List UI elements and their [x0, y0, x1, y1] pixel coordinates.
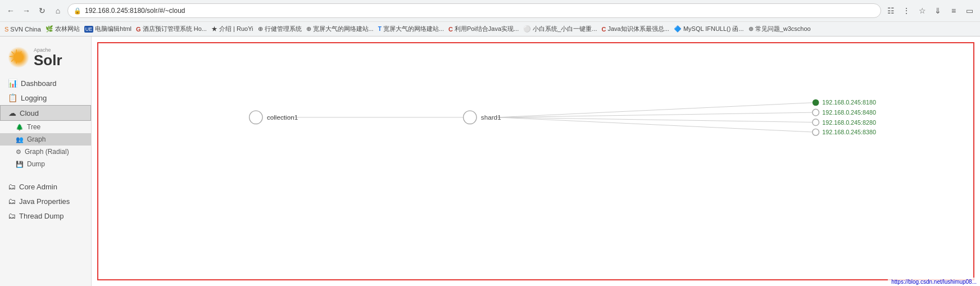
bookmark-java[interactable]: C Java知识体系最强总... [602, 25, 669, 33]
graph-radial-icon: ⚙ [16, 148, 21, 156]
menu-button[interactable]: ⋮ [900, 4, 913, 17]
download-button[interactable]: ⇓ [932, 4, 944, 17]
dump-label: Dump [27, 160, 45, 168]
solr-name-label: Solr [34, 53, 62, 67]
bookmark-nonglin[interactable]: 🌿 农林网站 [46, 25, 80, 33]
endpoint-8180-circle [813, 99, 819, 106]
thread-dump-icon: 🗂 [8, 211, 16, 220]
sidebar-item-cloud[interactable]: ☁ Cloud [0, 105, 91, 121]
dashboard-icon: 📊 [8, 79, 17, 88]
node-collection1-label: collection1 [267, 114, 298, 121]
tree-label: Tree [27, 123, 40, 131]
node-shard1-circle [464, 111, 477, 124]
graph-label: Graph [27, 135, 46, 143]
logo-area: Apache Solr [0, 42, 91, 76]
graph-area: collection1 shard1 192.168.0.245:8180 19… [97, 42, 974, 280]
dump-icon: 💾 [16, 161, 24, 168]
sidebar-item-dashboard[interactable]: 📊 Dashboard [0, 76, 91, 90]
app-container: Apache Solr 📊 Dashboard 📋 Logging ☁ Clou… [0, 37, 980, 286]
browser-chrome: ← → ↻ ⌂ 🔒 192.168.0.245:8180/solr/#/~clo… [0, 0, 980, 37]
bookmark-hotel[interactable]: G 酒店预订管理系统 Ho... [136, 25, 207, 33]
history-button[interactable]: ≡ [947, 4, 960, 17]
java-props-label: Java Properties [19, 197, 70, 206]
endpoint-8280-circle [813, 119, 819, 126]
bookmark-icon: S [4, 26, 8, 33]
sidebar: Apache Solr 📊 Dashboard 📋 Logging ☁ Clou… [0, 37, 92, 286]
tree-icon: 🌲 [16, 124, 24, 131]
solr-sun-icon [8, 47, 29, 68]
solr-logo: Apache Solr [34, 47, 62, 67]
dashboard-label: Dashboard [21, 79, 57, 88]
graph-icon: 👥 [16, 136, 24, 143]
endpoint-8380-circle [813, 129, 819, 135]
logging-icon: 📋 [8, 93, 17, 102]
forward-button[interactable]: → [20, 4, 33, 17]
endpoint-8380-label: 192.168.0.245:8380 [822, 129, 876, 135]
cloud-icon: ☁ [8, 108, 16, 117]
bookmark-xiaobai[interactable]: ⚪ 小白系统_小白一键重... [523, 25, 597, 33]
refresh-button[interactable]: ↻ [36, 4, 48, 17]
bookmark-ruoyi[interactable]: ★ 介绍 | RuoYi [211, 25, 253, 33]
graph-radial-label: Graph (Radial) [25, 148, 69, 156]
node-collection1-circle [249, 111, 262, 124]
home-button[interactable]: ⌂ [52, 4, 64, 17]
address-bar[interactable]: 🔒 192.168.0.245:8180/solr/#/~cloud [67, 3, 881, 18]
cloud-label: Cloud [20, 109, 39, 117]
endpoint-8180-label: 192.168.0.245:8180 [822, 99, 876, 106]
bookmark-jiangjian[interactable]: ⊕ 行健管理系统 [258, 25, 302, 33]
bookmark-w3c[interactable]: ⊕ 常见问题_w3cschoo [748, 25, 811, 33]
sidebar-item-tree[interactable]: 🌲 Tree [0, 121, 91, 133]
status-bar: https://blog.csdn.net/lushimup08... [888, 278, 980, 286]
main-content: collection1 shard1 192.168.0.245:8180 19… [92, 37, 980, 286]
bookmark-mysql[interactable]: 🔷 MySQL IFNULL() 函... [674, 25, 744, 33]
status-url: https://blog.csdn.net/lushimup08... [891, 279, 977, 285]
bookmark-kuanping2[interactable]: T 宽屏大气的网络建站... [378, 25, 444, 33]
graph-svg: collection1 shard1 192.168.0.245:8180 19… [98, 43, 973, 279]
core-admin-icon: 🗂 [8, 182, 16, 191]
cast-button[interactable]: ▭ [963, 4, 976, 17]
back-button[interactable]: ← [4, 4, 17, 17]
core-admin-label: Core Admin [19, 183, 57, 191]
bookmark-svn[interactable]: S SVN China [4, 26, 41, 33]
endpoint-8480-label: 192.168.0.245:8480 [822, 109, 876, 116]
sidebar-item-logging[interactable]: 📋 Logging [0, 90, 91, 105]
endpoint-8480-circle [813, 109, 819, 116]
node-shard1-label: shard1 [481, 114, 501, 121]
sidebar-item-core-admin[interactable]: 🗂 Core Admin [0, 179, 91, 194]
sidebar-item-graph-radial[interactable]: ⚙ Graph (Radial) [0, 146, 91, 158]
logging-label: Logging [21, 94, 47, 102]
bookmark-poi[interactable]: C 利用Poi结合Java实现... [448, 25, 519, 33]
sidebar-item-dump[interactable]: 💾 Dump [0, 158, 91, 170]
url-text: 192.168.0.245:8180/solr/#/~cloud [85, 7, 185, 15]
endpoint-8280-label: 192.168.0.245:8280 [822, 119, 876, 126]
bookmark-button[interactable]: ☆ [916, 4, 928, 17]
sidebar-item-graph[interactable]: 👥 Graph [0, 133, 91, 146]
extensions-button[interactable]: ☷ [884, 4, 897, 17]
sidebar-item-java-properties[interactable]: 🗂 Java Properties [0, 194, 91, 208]
bookmark-ue[interactable]: UE 电脑编辑html [84, 25, 131, 33]
security-icon: 🔒 [74, 7, 81, 15]
bookmark-kuanping1[interactable]: ⊕ 宽屏大气的网络建站... [306, 25, 374, 33]
browser-toolbar: ← → ↻ ⌂ 🔒 192.168.0.245:8180/solr/#/~clo… [0, 0, 980, 21]
thread-dump-label: Thread Dump [19, 212, 63, 220]
java-props-icon: 🗂 [8, 197, 16, 206]
bookmarks-bar: S SVN China 🌿 农林网站 UE 电脑编辑html G 酒店预订管理系… [0, 21, 980, 36]
sidebar-item-thread-dump[interactable]: 🗂 Thread Dump [0, 208, 91, 223]
